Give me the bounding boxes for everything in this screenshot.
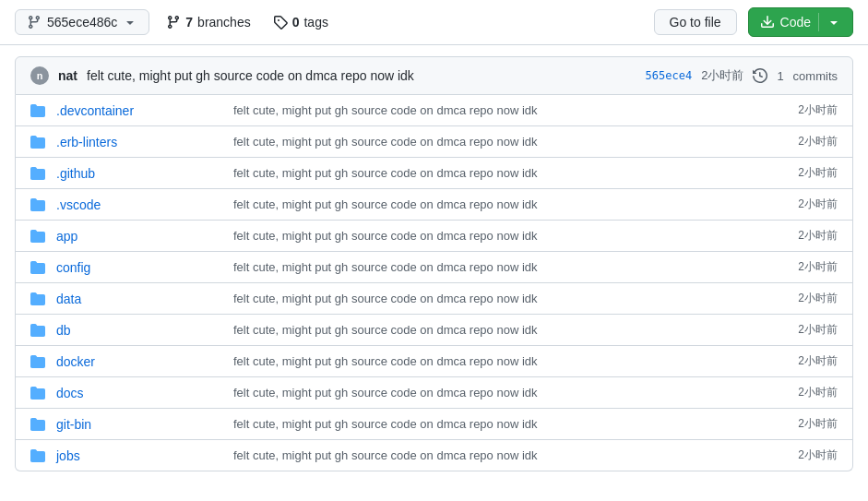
tag-count: 0 — [292, 15, 300, 30]
file-name[interactable]: git-bin — [56, 417, 222, 432]
file-name[interactable]: data — [56, 292, 222, 306]
table-row: config felt cute, might put gh source co… — [16, 252, 852, 283]
folder-icon — [30, 229, 45, 244]
file-name[interactable]: docker — [56, 354, 222, 369]
table-row: jobs felt cute, might put gh source code… — [16, 440, 852, 471]
go-to-file-button[interactable]: Go to file — [654, 9, 737, 35]
tags-label: tags — [303, 15, 327, 30]
file-time: 2小时前 — [798, 165, 838, 181]
folder-icon — [30, 135, 45, 149]
table-row: data felt cute, might put gh source code… — [16, 283, 852, 315]
file-name[interactable]: .github — [56, 166, 222, 181]
file-name[interactable]: jobs — [56, 448, 222, 463]
code-label: Code — [780, 15, 811, 30]
code-btn-divider — [818, 13, 819, 31]
folder-icon — [30, 417, 45, 432]
file-name[interactable]: db — [56, 323, 222, 338]
file-time: 2小时前 — [798, 416, 838, 432]
commit-author[interactable]: nat — [58, 68, 77, 83]
commit-time: 2小时前 — [701, 67, 743, 84]
table-row: app felt cute, might put gh source code … — [16, 221, 852, 252]
file-time: 2小时前 — [798, 353, 838, 369]
branch-name: 565ece486c — [47, 15, 117, 30]
file-commit-msg: felt cute, might put gh source code on d… — [233, 386, 787, 400]
file-commit-msg: felt cute, might put gh source code on d… — [233, 323, 787, 337]
file-time: 2小时前 — [798, 228, 838, 244]
file-name[interactable]: .vscode — [56, 197, 222, 212]
folder-icon — [30, 292, 45, 306]
branches-icon — [166, 15, 181, 30]
file-name[interactable]: .erb-linters — [56, 135, 222, 149]
file-commit-msg: felt cute, might put gh source code on d… — [233, 197, 787, 211]
folder-icon — [30, 166, 45, 181]
file-commit-msg: felt cute, might put gh source code on d… — [233, 292, 787, 305]
file-commit-msg: felt cute, might put gh source code on d… — [233, 260, 787, 274]
file-commit-msg: felt cute, might put gh source code on d… — [233, 354, 787, 368]
chevron-down-icon — [123, 15, 137, 30]
file-table: .devcontainer felt cute, might put gh so… — [15, 95, 853, 471]
file-commit-msg: felt cute, might put gh source code on d… — [233, 229, 787, 243]
git-branch-icon — [27, 15, 42, 30]
table-row: docs felt cute, might put gh source code… — [16, 377, 852, 409]
code-chevron-icon — [826, 15, 841, 30]
folder-icon — [30, 386, 45, 400]
code-button[interactable]: Code — [748, 7, 853, 37]
file-time: 2小时前 — [798, 197, 838, 212]
file-time: 2小时前 — [798, 134, 838, 149]
table-row: .github felt cute, might put gh source c… — [16, 158, 852, 189]
table-row: .vscode felt cute, might put gh source c… — [16, 189, 852, 221]
folder-icon — [30, 448, 45, 463]
file-time: 2小时前 — [798, 102, 838, 118]
file-commit-msg: felt cute, might put gh source code on d… — [233, 417, 787, 431]
file-time: 2小时前 — [798, 447, 838, 463]
table-row: .erb-linters felt cute, might put gh sou… — [16, 126, 852, 158]
tag-icon — [273, 15, 288, 30]
folder-icon — [30, 260, 45, 275]
commits-count: 1 — [777, 69, 783, 83]
commit-message: felt cute, might put gh source code on d… — [87, 68, 636, 83]
file-time: 2小时前 — [798, 291, 838, 306]
commit-bar: n nat felt cute, might put gh source cod… — [15, 56, 853, 95]
table-row: docker felt cute, might put gh source co… — [16, 346, 852, 377]
file-name[interactable]: config — [56, 260, 222, 275]
tags-link[interactable]: 0 tags — [268, 11, 334, 33]
history-icon — [753, 68, 767, 83]
file-commit-msg: felt cute, might put gh source code on d… — [233, 103, 787, 117]
branch-button[interactable]: 565ece486c — [15, 9, 149, 35]
branches-label: branches — [197, 15, 251, 30]
folder-icon — [30, 354, 45, 369]
file-time: 2小时前 — [798, 385, 838, 400]
commit-sha[interactable]: 565ece4 — [646, 69, 693, 82]
file-name[interactable]: app — [56, 229, 222, 244]
table-row: db felt cute, might put gh source code o… — [16, 315, 852, 346]
folder-icon — [30, 103, 45, 118]
commit-meta: 565ece4 2小时前 1 commits — [646, 67, 838, 84]
folder-icon — [30, 323, 45, 338]
table-row: git-bin felt cute, might put gh source c… — [16, 409, 852, 440]
toolbar: 565ece486c 7 branches 0 tags Go to file … — [0, 0, 868, 45]
file-name[interactable]: docs — [56, 386, 222, 400]
file-commit-msg: felt cute, might put gh source code on d… — [233, 448, 787, 462]
folder-icon — [30, 197, 45, 212]
file-time: 2小时前 — [798, 259, 838, 275]
file-time: 2小时前 — [798, 322, 838, 338]
avatar: n — [30, 66, 49, 85]
file-commit-msg: felt cute, might put gh source code on d… — [233, 166, 787, 180]
download-icon — [760, 15, 775, 30]
branches-link[interactable]: 7 branches — [161, 11, 256, 33]
table-row: .devcontainer felt cute, might put gh so… — [16, 95, 852, 126]
file-commit-msg: felt cute, might put gh source code on d… — [233, 135, 787, 149]
branch-count: 7 — [185, 15, 193, 30]
commits-label: commits — [793, 69, 838, 83]
file-name[interactable]: .devcontainer — [56, 103, 222, 118]
